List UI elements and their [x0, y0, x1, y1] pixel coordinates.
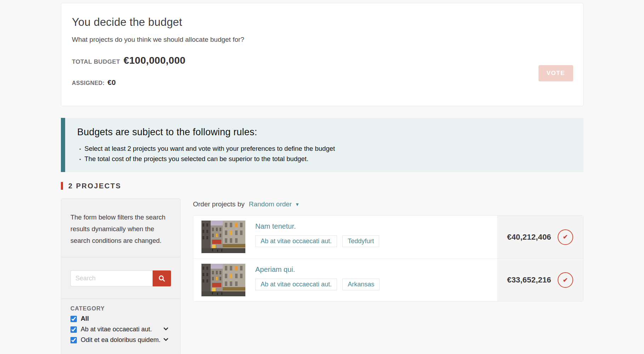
page-title: You decide the budget	[72, 16, 570, 29]
assigned-value: €0	[108, 78, 116, 87]
filters-description: The form below filters the search result…	[70, 207, 171, 249]
chevron-down-icon[interactable]	[164, 338, 168, 341]
search-button[interactable]	[153, 270, 171, 286]
project-price: €33,652,216	[507, 275, 551, 285]
category-label: CATEGORY	[70, 306, 171, 312]
category-filter-section: CATEGORY All Ab at vitae occaecati aut.	[61, 298, 180, 354]
rules-item: • The total cost of the projects you sel…	[77, 154, 576, 164]
project-price-panel: €33,652,216 ✔	[497, 259, 583, 301]
rules-heading: Budgets are subject to the following rul…	[77, 127, 576, 138]
rules-item-text: The total cost of the projects you selec…	[85, 154, 308, 164]
projects-section-heading: 2 PROJECTS	[61, 181, 583, 190]
filters-description-section: The form below filters the search result…	[61, 199, 180, 257]
project-scope-tag[interactable]: Teddyfurt	[342, 235, 379, 247]
category-option-label: All	[81, 315, 89, 322]
bullet-icon: •	[79, 144, 81, 154]
order-by-value: Random order	[249, 200, 292, 208]
project-title-link[interactable]: Aperiam qui.	[255, 266, 385, 274]
rules-list: • Select at least 2 projects you want an…	[77, 144, 576, 164]
category-option-all[interactable]: All	[70, 315, 171, 322]
total-budget-row: TOTAL BUDGET €100,000,000	[72, 55, 570, 66]
project-image	[201, 264, 245, 296]
category-checkbox-2[interactable]	[70, 337, 77, 343]
page-container: You decide the budget What projects do y…	[61, 3, 583, 354]
project-scope-tag[interactable]: Arkansas	[342, 279, 380, 290]
total-budget-value: €100,000,000	[124, 55, 186, 66]
category-option-2[interactable]: Odit et ea doloribus quidem.	[70, 336, 171, 344]
project-select-button[interactable]: ✔	[558, 229, 573, 245]
section-accent-bar	[61, 182, 63, 190]
assigned-row: ASSIGNED: €0	[72, 78, 570, 87]
filters-sidebar: The form below filters the search result…	[61, 198, 181, 354]
search-input[interactable]	[70, 270, 153, 286]
rules-item: • Select at least 2 projects you want an…	[77, 144, 576, 154]
category-option-label: Odit et ea doloribus quidem.	[81, 336, 160, 344]
search-section	[61, 257, 180, 298]
project-image	[201, 221, 245, 253]
projects-count-title: 2 PROJECTS	[68, 182, 121, 190]
project-category-tag[interactable]: Ab at vitae occaecati aut.	[255, 235, 337, 247]
category-option-label: Ab at vitae occaecati aut.	[81, 326, 152, 333]
project-title-link[interactable]: Nam tenetur.	[255, 222, 384, 230]
project-row: Nam tenetur. Ab at vitae occaecati aut. …	[193, 216, 583, 258]
total-budget-label: TOTAL BUDGET	[72, 58, 120, 65]
check-icon: ✔	[563, 233, 568, 241]
check-icon: ✔	[563, 276, 568, 284]
category-checkbox-all[interactable]	[70, 316, 77, 322]
project-category-tag[interactable]: Ab at vitae occaecati aut.	[255, 279, 337, 290]
category-checkbox-1[interactable]	[70, 326, 77, 333]
chevron-down-icon[interactable]	[164, 327, 168, 331]
project-price-panel: €40,212,406 ✔	[497, 216, 583, 258]
order-by-label: Order projects by	[193, 200, 245, 208]
search-icon	[158, 275, 166, 282]
dropdown-caret-icon: ▼	[295, 202, 300, 207]
project-row: Aperiam qui. Ab at vitae occaecati aut. …	[193, 258, 583, 301]
category-option-1[interactable]: Ab at vitae occaecati aut.	[70, 326, 171, 333]
projects-list-card: Nam tenetur. Ab at vitae occaecati aut. …	[193, 215, 583, 302]
bullet-icon: •	[79, 155, 81, 164]
order-by-dropdown[interactable]: Random order ▼	[249, 200, 300, 208]
assigned-label: ASSIGNED:	[72, 80, 105, 86]
vote-button[interactable]: VOTE	[538, 65, 573, 81]
project-select-button[interactable]: ✔	[558, 272, 573, 288]
rules-callout: Budgets are subject to the following rul…	[61, 118, 583, 172]
budget-summary-card: You decide the budget What projects do y…	[61, 3, 583, 106]
projects-list-column: Order projects by Random order ▼	[193, 198, 583, 302]
project-price: €40,212,406	[507, 233, 551, 242]
rules-item-text: Select at least 2 projects you want and …	[85, 144, 335, 153]
budget-subtitle: What projects do you think we should all…	[72, 36, 570, 44]
order-by-row: Order projects by Random order ▼	[193, 198, 583, 208]
